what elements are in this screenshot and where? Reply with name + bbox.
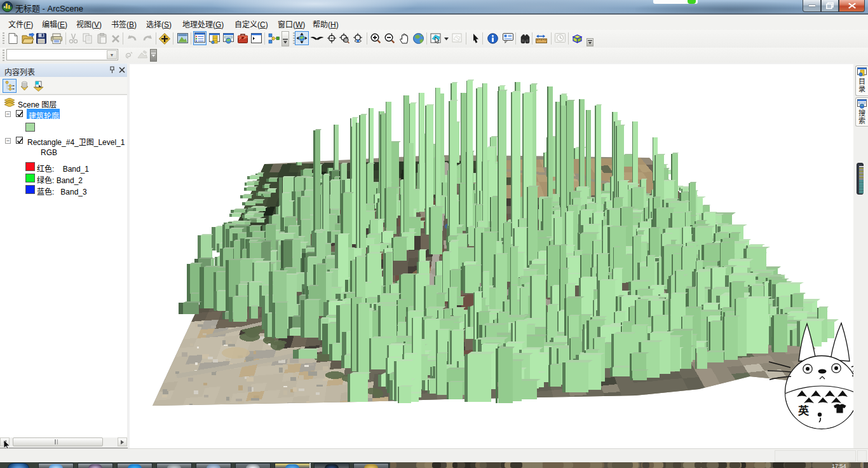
svg-text:英: 英 (798, 404, 810, 417)
